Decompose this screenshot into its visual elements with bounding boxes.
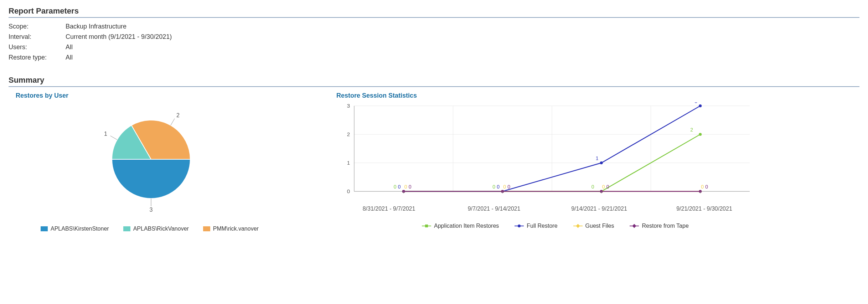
restores-by-user-chart: 123 [44, 102, 258, 216]
svg-text:0: 0 [705, 184, 708, 190]
svg-text:0: 0 [591, 184, 594, 190]
param-label: Users: [9, 43, 66, 51]
legend-label: APLABS\RickVanover [133, 226, 189, 232]
svg-text:3: 3 [694, 102, 697, 104]
line-chart-x-labels: 8/31/2021 - 9/7/2021 9/7/2021 - 9/14/202… [336, 202, 757, 212]
restore-session-stats-panel: Restore Session Statistics 0123000200130… [329, 92, 828, 232]
legend-swatch [422, 223, 431, 228]
svg-text:0: 0 [602, 184, 605, 190]
restore-session-stats-legend: Application Item Restores Full Restore G… [329, 212, 828, 229]
svg-text:0: 0 [507, 184, 510, 190]
svg-text:0: 0 [409, 184, 412, 190]
legend-item: Full Restore [515, 223, 557, 229]
legend-item: APLABS\RickVanover [123, 226, 189, 232]
restores-by-user-title: Restores by User [9, 92, 329, 102]
svg-point-33 [699, 104, 702, 107]
svg-text:0: 0 [701, 184, 704, 190]
svg-text:0: 0 [398, 184, 401, 190]
svg-text:3: 3 [347, 103, 350, 109]
legend-label: Application Item Restores [434, 223, 499, 229]
legend-label: PMM\rick.vanover [213, 226, 259, 232]
restore-session-stats-title: Restore Session Statistics [329, 92, 828, 102]
restore-session-stats-chart: 01230002001300000000 [336, 102, 757, 202]
legend-item: Application Item Restores [422, 223, 499, 229]
svg-text:2: 2 [176, 112, 180, 118]
report-parameters-block: Scope: Backup Infrastructure Interval: C… [9, 21, 859, 63]
param-row: Users: All [9, 42, 859, 52]
svg-text:0: 0 [606, 184, 609, 190]
legend-label: Restore from Tape [642, 223, 688, 229]
svg-text:0: 0 [497, 184, 500, 190]
x-axis-label: 9/21/2021 - 9/30/2021 [652, 202, 757, 212]
restores-by-user-panel: Restores by User 123 APLABS\KirstenStone… [9, 92, 329, 232]
x-axis-label: 8/31/2021 - 9/7/2021 [336, 202, 441, 212]
legend-swatch [123, 226, 130, 231]
param-value: All [66, 43, 73, 51]
legend-swatch [630, 223, 639, 228]
legend-swatch [41, 226, 48, 231]
param-value: Current month (9/1/2021 - 9/30/2021) [66, 33, 172, 41]
svg-text:1: 1 [596, 155, 599, 161]
legend-swatch [203, 226, 210, 231]
param-label: Scope: [9, 23, 66, 30]
legend-label: APLABS\KirstenStoner [51, 226, 109, 232]
legend-swatch [515, 223, 524, 228]
svg-text:1: 1 [104, 131, 107, 137]
summary-heading: Summary [9, 73, 859, 87]
legend-label: Guest Files [585, 223, 614, 229]
legend-item: PMM\rick.vanover [203, 226, 259, 232]
legend-swatch [573, 223, 583, 228]
svg-point-25 [699, 133, 702, 136]
svg-text:1: 1 [347, 160, 350, 166]
svg-text:0: 0 [492, 184, 495, 190]
svg-line-2 [171, 119, 175, 125]
svg-text:2: 2 [347, 131, 350, 137]
x-axis-label: 9/7/2021 - 9/14/2021 [441, 202, 547, 212]
legend-item: Guest Files [573, 223, 614, 229]
svg-text:3: 3 [150, 207, 153, 213]
param-value: Backup Infrastructure [66, 23, 126, 30]
report-parameters-heading: Report Parameters [9, 4, 859, 18]
svg-text:0: 0 [404, 184, 407, 190]
svg-text:0: 0 [347, 188, 350, 194]
restores-by-user-legend: APLABS\KirstenStoner APLABS\RickVanover … [9, 216, 329, 232]
svg-line-0 [110, 136, 117, 140]
svg-point-31 [600, 161, 603, 164]
legend-label: Full Restore [527, 223, 557, 229]
param-row: Interval: Current month (9/1/2021 - 9/30… [9, 32, 859, 42]
param-value: All [66, 54, 73, 61]
x-axis-label: 9/14/2021 - 9/21/2021 [547, 202, 652, 212]
legend-item: APLABS\KirstenStoner [41, 226, 109, 232]
param-row: Restore type: All [9, 52, 859, 63]
svg-text:0: 0 [394, 184, 397, 190]
param-label: Interval: [9, 33, 66, 41]
svg-text:0: 0 [503, 184, 506, 190]
legend-item: Restore from Tape [630, 223, 688, 229]
param-label: Restore type: [9, 54, 66, 61]
param-row: Scope: Backup Infrastructure [9, 21, 859, 32]
svg-text:2: 2 [690, 127, 693, 133]
